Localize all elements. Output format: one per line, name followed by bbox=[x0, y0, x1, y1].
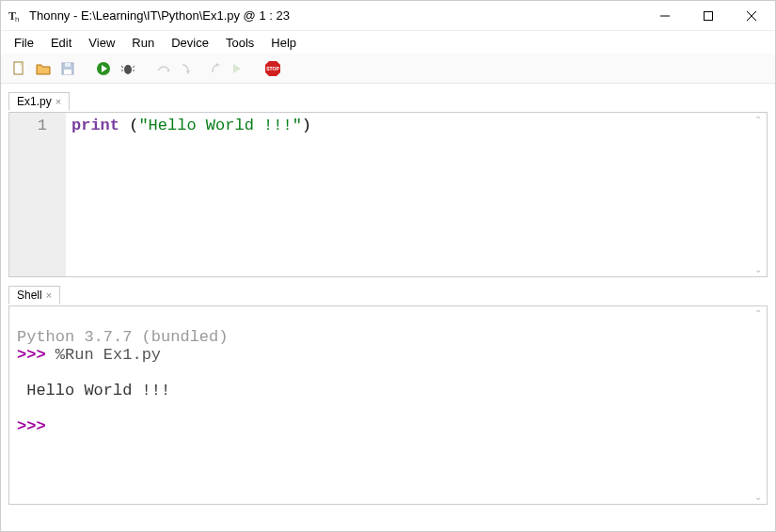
maximize-button[interactable] bbox=[687, 2, 730, 30]
svg-rect-9 bbox=[65, 63, 71, 67]
code-editor[interactable]: 1 print ("Hello World !!!") ⌃ ⌄ bbox=[9, 113, 767, 276]
menu-edit[interactable]: Edit bbox=[43, 33, 79, 53]
svg-line-15 bbox=[133, 66, 135, 68]
shell-tab[interactable]: Shell × bbox=[8, 286, 60, 305]
svg-text:STOP: STOP bbox=[266, 66, 279, 71]
menu-help[interactable]: Help bbox=[263, 33, 304, 53]
shell-output: Hello World !!! bbox=[17, 382, 170, 399]
shell-command: %Run Ex1.py bbox=[55, 346, 161, 364]
menu-run[interactable]: Run bbox=[124, 33, 162, 53]
run-icon[interactable] bbox=[93, 58, 114, 79]
close-icon[interactable]: × bbox=[55, 96, 61, 107]
editor-tab[interactable]: Ex1.py × bbox=[8, 92, 70, 111]
shell-area[interactable]: Python 3.7.7 (bundled) >>> %Run Ex1.py H… bbox=[9, 306, 767, 504]
titlebar: Th Thonny - E:\Learning\IT\Python\Ex1.py… bbox=[1, 1, 775, 31]
window-title: Thonny - E:\Learning\IT\Python\Ex1.py @ … bbox=[29, 8, 643, 23]
shell-pane: Shell × Python 3.7.7 (bundled) >>> %Run … bbox=[8, 305, 768, 505]
line-gutter: 1 bbox=[9, 113, 66, 276]
svg-rect-10 bbox=[64, 70, 71, 74]
code-area[interactable]: print ("Hello World !!!") bbox=[66, 113, 767, 276]
scroll-up-icon[interactable]: ⌃ bbox=[752, 308, 765, 319]
step-into-icon[interactable] bbox=[178, 58, 198, 79]
shell-prompt: >>> bbox=[17, 417, 55, 435]
minimize-button[interactable] bbox=[643, 2, 687, 30]
svg-line-14 bbox=[121, 66, 123, 68]
paren: ( bbox=[119, 117, 138, 134]
menu-view[interactable]: View bbox=[81, 33, 122, 53]
svg-point-13 bbox=[124, 65, 132, 74]
shell-version: Python 3.7.7 (bundled) bbox=[17, 328, 228, 346]
menu-tools[interactable]: Tools bbox=[218, 33, 261, 53]
scroll-up-icon[interactable]: ⌃ bbox=[752, 115, 765, 125]
new-file-icon[interactable] bbox=[8, 58, 29, 79]
svg-text:h: h bbox=[15, 15, 19, 23]
save-file-icon[interactable] bbox=[57, 58, 78, 79]
shell-tab-label: Shell bbox=[17, 289, 42, 302]
editor-tab-label: Ex1.py bbox=[17, 95, 52, 108]
menu-file[interactable]: File bbox=[7, 33, 41, 53]
close-button[interactable] bbox=[730, 2, 773, 30]
step-over-icon[interactable] bbox=[153, 58, 174, 79]
scroll-down-icon[interactable]: ⌄ bbox=[752, 492, 765, 502]
close-icon[interactable]: × bbox=[46, 289, 52, 301]
thonny-icon: Th bbox=[8, 8, 24, 23]
resume-icon[interactable] bbox=[227, 58, 247, 79]
step-out-icon[interactable] bbox=[202, 58, 223, 79]
menubar: File Edit View Run Device Tools Help bbox=[1, 31, 775, 54]
svg-marker-20 bbox=[216, 63, 220, 67]
svg-rect-3 bbox=[705, 11, 713, 20]
editor-pane: Ex1.py × 1 print ("Hello World !!!") ⌃ ⌄ bbox=[8, 112, 768, 277]
open-file-icon[interactable] bbox=[33, 58, 54, 79]
scroll-down-icon[interactable]: ⌄ bbox=[752, 264, 765, 274]
stop-icon[interactable]: STOP bbox=[262, 58, 283, 79]
svg-marker-21 bbox=[233, 64, 241, 73]
menu-device[interactable]: Device bbox=[164, 33, 216, 53]
shell-prompt: >>> bbox=[17, 346, 55, 364]
line-number: 1 bbox=[13, 117, 47, 134]
string-literal: "Hello World !!!" bbox=[138, 117, 301, 134]
debug-icon[interactable] bbox=[118, 58, 138, 79]
svg-marker-19 bbox=[186, 70, 190, 74]
keyword: print bbox=[71, 117, 119, 134]
toolbar: STOP bbox=[1, 54, 775, 84]
window-controls bbox=[643, 2, 773, 30]
paren: ) bbox=[302, 117, 311, 134]
